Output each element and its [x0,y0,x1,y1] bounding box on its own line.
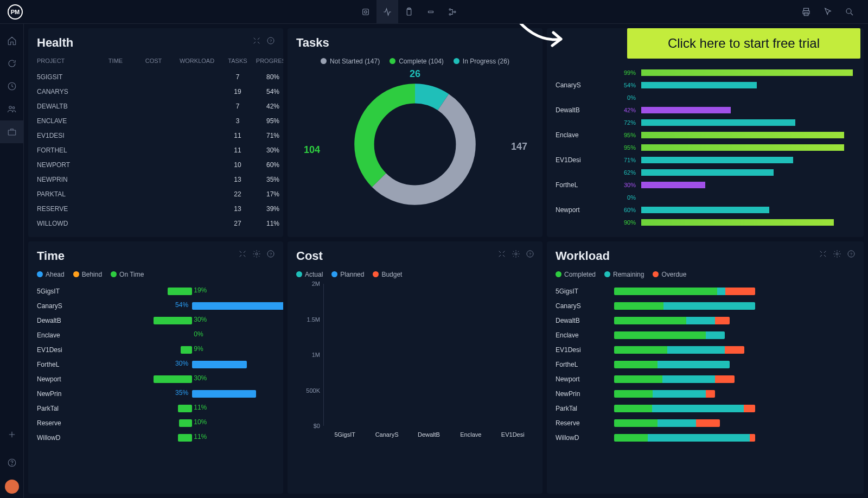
flow-icon[interactable] [442,0,463,24]
workload-row: Reserve [556,416,855,430]
expand-icon[interactable] [252,36,261,46]
tasks-legend-item[interactable]: In Progress (26) [454,58,509,65]
help-icon[interactable]: ? [266,249,276,259]
tasks-legend-item[interactable]: Complete (104) [390,58,444,65]
health-title: Health [37,36,275,50]
cost-ylabel: $0 [314,423,320,429]
start-free-trial-button[interactable]: Click here to start free trial [627,28,860,59]
health-row[interactable]: DEWALTB 7 42% [37,99,275,113]
avatar[interactable] [5,480,19,494]
workload-seg-completed [614,288,717,295]
health-progress: 80% [254,73,283,81]
progress-pct: 54% [617,82,639,88]
gear-icon[interactable] [832,249,842,259]
workload-legend-item[interactable]: Completed [556,271,596,278]
briefcase-icon[interactable] [0,120,24,143]
time-row: ParkTal 11% [37,401,275,416]
topbar-center [355,0,463,24]
cost-legend-item[interactable]: Planned [331,271,364,278]
people-icon[interactable] [0,98,24,120]
health-row[interactable]: FORTHEL 11 30% [37,143,275,157]
svg-point-1 [365,10,367,13]
time-legend-item[interactable]: Ahead [37,271,65,278]
health-row[interactable]: NEWPRIN 13 35% [37,172,275,187]
health-row[interactable]: PARKTAL 22 17% [37,187,275,201]
workload-seg-completed [614,405,652,412]
health-row[interactable]: ENCLAVE 3 95% [37,113,275,128]
workload-seg-completed [614,419,658,427]
health-row[interactable]: WILLOWD 27 11% [37,216,275,231]
app-logo[interactable]: PM [8,4,23,20]
time-project: EV1Desi [37,346,91,354]
time-track: 30% [91,360,275,369]
minus-icon[interactable] [420,0,442,24]
dashboard-content: Health ? PROJECTTIMECOSTWORKLOADTASKSPRO… [24,24,868,498]
time-project: Reserve [37,419,91,427]
progress-bar-seg [641,169,774,176]
health-row[interactable]: 5GIGSIT 7 80% [37,69,275,84]
health-row[interactable]: CANARYS 19 54% [37,84,275,99]
clipboard-icon[interactable] [398,0,420,24]
time-legend-item[interactable]: Behind [73,271,102,278]
expand-icon[interactable] [238,249,247,259]
progress-row: 0% [556,91,855,104]
time-row: Enclave 0% [37,328,275,342]
refresh-icon[interactable] [0,52,24,75]
svg-point-26 [515,253,517,255]
gear-icon[interactable] [511,249,521,259]
plus-icon[interactable] [0,423,24,446]
gear-icon[interactable] [252,249,261,259]
workload-legend-item[interactable]: Overdue [653,271,686,278]
svg-point-23 [256,253,258,255]
time-project: DewaltB [37,317,91,324]
workload-seg-overdue [725,346,744,354]
health-row[interactable]: EV1DESI 11 71% [37,128,275,143]
cost-legend-item[interactable]: Actual [296,271,323,278]
health-progress: 39% [254,205,283,213]
expand-icon[interactable] [497,249,507,259]
health-row[interactable]: NEWPORT 10 60% [37,157,275,172]
help-icon[interactable] [0,451,24,474]
help-icon[interactable]: ? [525,249,535,259]
svg-point-7 [454,11,456,12]
cursor-icon[interactable] [817,0,839,24]
workload-project: ParkTal [556,405,610,412]
home-icon[interactable] [0,29,24,52]
help-icon[interactable]: ? [266,36,276,46]
search-icon[interactable] [839,0,860,24]
workload-seg-overdue [750,434,755,442]
workload-bar [614,317,730,324]
health-progress: 11% [254,220,283,227]
workload-seg-completed [614,331,706,339]
time-project: 5GigsIT [37,288,91,295]
workload-project: Newport [556,375,610,383]
workload-seg-completed [614,317,686,324]
health-project: FORTHEL [37,146,97,154]
workload-bar [614,405,755,412]
activity-icon[interactable] [376,0,398,24]
print-icon[interactable] [795,0,817,24]
donut-label-notstarted: 147 [511,141,527,152]
progress-row: EV1Desi 71% [556,154,855,166]
progress-bar-seg [641,69,853,76]
workload-seg-completed [614,361,658,368]
help-icon[interactable]: ? [846,249,856,259]
workload-project: Reserve [556,419,610,427]
svg-rect-4 [429,11,433,12]
workload-bar [614,390,715,398]
progress-row: 62% [556,166,855,178]
progress-pct: 71% [617,157,639,163]
tasks-legend-item[interactable]: Not Started (147) [321,58,380,65]
progress-pct: 72% [617,119,639,126]
svg-point-6 [449,14,451,15]
clock-icon[interactable] [0,75,24,98]
workload-legend-item[interactable]: Remaining [604,271,644,278]
progress-row: Newport 60% [556,203,855,216]
health-row[interactable]: RESERVE 13 39% [37,201,275,216]
expand-icon[interactable] [818,249,828,259]
cost-legend-item[interactable]: Budget [373,271,402,278]
svg-rect-0 [363,9,369,15]
focus-icon[interactable] [355,0,376,24]
time-legend-item[interactable]: On Time [111,271,144,278]
workload-seg-overdue [706,390,716,398]
